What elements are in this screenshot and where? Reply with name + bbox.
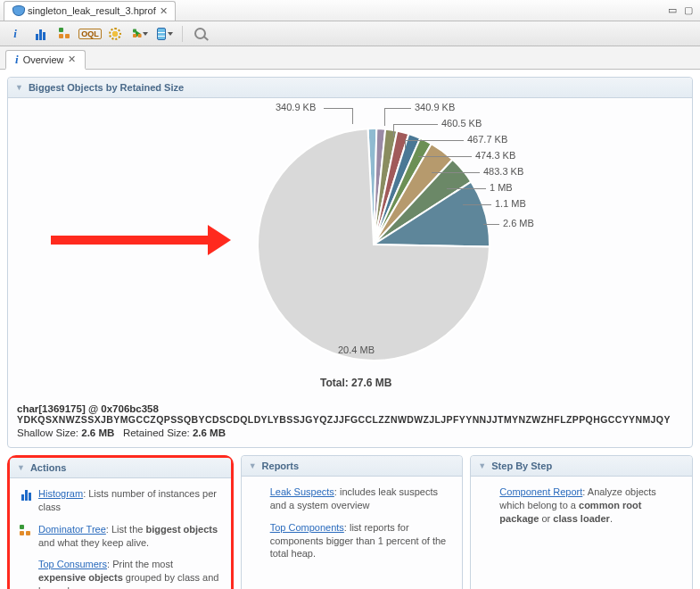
chevron-down-icon: ▼ (17, 463, 25, 472)
close-icon[interactable]: ✕ (68, 54, 76, 65)
slice-label: 1.1 MB (495, 198, 526, 209)
search-button[interactable] (192, 26, 208, 42)
chevron-down-icon: ▼ (249, 461, 257, 470)
chevron-down-icon: ▼ (15, 83, 23, 92)
chevron-down-icon: ▼ (478, 461, 486, 470)
section-title: Biggest Objects by Retained Size (29, 82, 184, 93)
editor-tab[interactable]: singleton_leak_result_3.hprof ✕ (4, 1, 176, 21)
slice-label: 20.4 MB (338, 344, 375, 355)
histogram-button[interactable] (32, 26, 48, 42)
shallow-size-value: 2.6 MB (81, 427, 114, 438)
oql-button[interactable]: OQL (82, 26, 98, 42)
object-value: YDKQSXNWZSSXJBYMGCCZQPSSQBYCDSCDQLDYLYBS… (17, 414, 683, 425)
section-title: Actions (30, 462, 66, 473)
bottom-panels: ▼ Actions Histogram: Lists number of ins… (7, 455, 693, 589)
toolbar-separator (182, 26, 183, 42)
editor-tab-title: singleton_leak_result_3.hprof (28, 5, 156, 16)
slice-label: 460.5 KB (441, 118, 482, 129)
section-title: Reports (262, 460, 300, 471)
component-report-link[interactable]: Component Report (499, 486, 582, 497)
editor-tab-bar: singleton_leak_result_3.hprof ✕ ▭ ▢ (0, 0, 700, 21)
section-header[interactable]: ▼ Reports (242, 456, 463, 477)
chevron-down-icon (168, 32, 173, 36)
leak-suspects-link[interactable]: Leak Suspects (270, 486, 334, 497)
actions-section: ▼ Actions Histogram: Lists number of ins… (7, 455, 234, 589)
search-icon (194, 28, 206, 39)
slice-label: 2.6 MB (503, 218, 534, 228)
section-header[interactable]: ▼ Step By Step (471, 456, 692, 477)
chevron-down-icon (143, 32, 148, 36)
tree-icon (19, 524, 33, 538)
section-header[interactable]: ▼ Actions (10, 458, 231, 478)
pie-chart-area: 340.9 KB 340.9 KB 460.5 KB 467.7 KB 474.… (17, 102, 683, 378)
top-components-link[interactable]: Top Components (270, 522, 344, 533)
slice-label: 340.9 KB (415, 102, 455, 112)
object-detail: char[1369175] @ 0x706bc358 YDKQSXNWZSSXJ… (17, 403, 683, 438)
close-icon[interactable]: ✕ (160, 5, 168, 17)
step-by-step-section: ▼ Step By Step Component Report: Analyze… (470, 455, 693, 589)
view-tab-bar: i Overview ✕ (0, 46, 700, 70)
slice-label: 474.3 KB (475, 150, 515, 161)
slice-label: 1 MB (490, 182, 513, 193)
slice-label: 467.7 KB (467, 134, 507, 145)
overview-tab[interactable]: i Overview ✕ (5, 50, 86, 70)
group-button[interactable] (157, 26, 173, 42)
histogram-link[interactable]: Histogram (38, 488, 83, 499)
slice-label: 483.3 KB (483, 166, 523, 177)
object-id: char[1369175] @ 0x706bc358 (17, 403, 683, 414)
annotation-arrow (51, 236, 211, 245)
heap-dump-icon (12, 4, 24, 17)
retained-size-label: Retained Size: (123, 427, 190, 438)
gear-icon (109, 28, 121, 40)
maximize-icon[interactable]: ▢ (682, 4, 695, 17)
dominator-tree-link[interactable]: Dominator Tree (38, 524, 106, 535)
overview-button[interactable]: i (7, 26, 23, 42)
dominator-tree-button[interactable] (57, 26, 73, 42)
pie-chart[interactable] (249, 120, 498, 369)
biggest-objects-section: ▼ Biggest Objects by Retained Size 340.9… (7, 77, 693, 448)
shallow-size-label: Shallow Size: (17, 427, 78, 438)
section-header[interactable]: ▼ Biggest Objects by Retained Size (8, 78, 692, 98)
run-report-button[interactable] (132, 26, 148, 42)
overview-tab-label: Overview (23, 54, 64, 65)
slice-label: 340.9 KB (276, 102, 316, 112)
histogram-icon (21, 488, 31, 501)
section-title: Step By Step (491, 460, 552, 471)
toolbar: i OQL (0, 21, 700, 46)
settings-button[interactable] (107, 26, 123, 42)
reports-section: ▼ Reports Leak Suspects: includes leak s… (241, 455, 464, 589)
top-consumers-link[interactable]: Top Consumers (38, 559, 107, 569)
retained-size-value: 2.6 MB (193, 427, 226, 438)
minimize-icon[interactable]: ▭ (666, 4, 679, 17)
info-icon: i (15, 53, 19, 67)
chart-total: Total: 27.6 MB (320, 377, 391, 389)
content-area: ▼ Biggest Objects by Retained Size 340.9… (0, 70, 700, 589)
